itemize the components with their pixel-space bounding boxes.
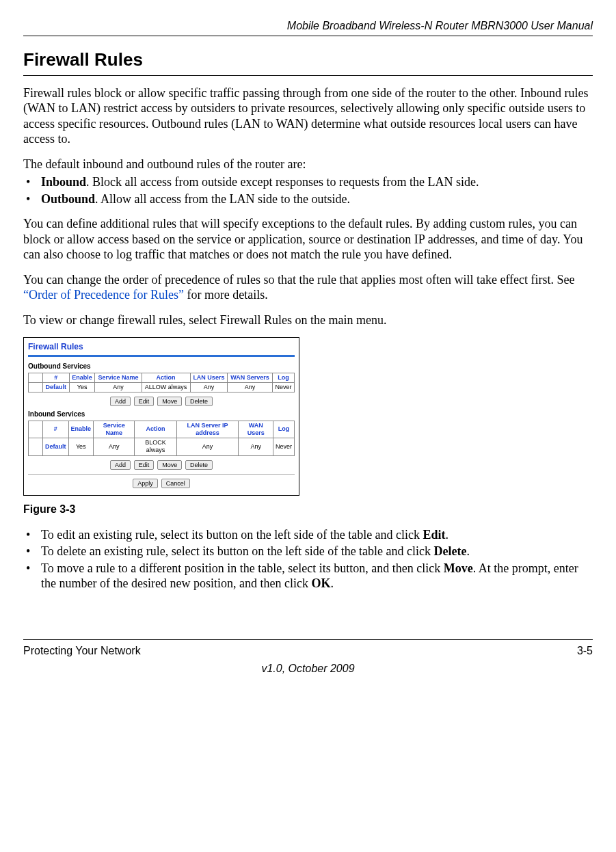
cell-enable: Yes: [69, 382, 95, 392]
list-item: Inbound. Block all access from outside e…: [23, 174, 593, 190]
cell-wan-users: Any: [239, 438, 273, 456]
col-select: [29, 373, 43, 382]
outbound-text: . Allow all access from the LAN side to …: [95, 192, 350, 206]
cell-select[interactable]: [29, 438, 43, 456]
inbound-services-heading: Inbound Services: [28, 410, 295, 419]
panel-title: Firewall Rules: [28, 342, 295, 352]
ok-keyword: OK: [311, 576, 330, 590]
body-paragraph: To view or change firewall rules, select…: [23, 312, 593, 328]
text-run: To edit an existing rule, select its but…: [41, 528, 423, 542]
outbound-services-heading: Outbound Services: [28, 362, 295, 371]
table-header-row: # Enable Service Name Action LAN Users W…: [29, 373, 295, 382]
figure-caption: Figure 3-3: [23, 503, 593, 516]
cell-lan-ip: Any: [176, 438, 239, 456]
section-heading: Firewall Rules: [23, 49, 593, 76]
panel-separator: [28, 474, 295, 475]
col-action: Action: [135, 421, 176, 438]
cell-service: Any: [94, 438, 135, 456]
cell-log: Never: [273, 438, 294, 456]
inbound-text: . Block all access from outside except r…: [86, 175, 479, 189]
delete-button[interactable]: Delete: [185, 397, 213, 406]
col-enable: Enable: [68, 421, 94, 438]
text-run: .: [446, 528, 449, 542]
col-service: Service Name: [95, 373, 142, 382]
col-wan-servers: WAN Servers: [228, 373, 273, 382]
col-service: Service Name: [94, 421, 135, 438]
move-button[interactable]: Move: [157, 397, 182, 406]
col-enable: Enable: [69, 373, 95, 382]
text-run: To delete an existing rule, select its b…: [41, 544, 434, 558]
text-run: for more details.: [184, 288, 268, 302]
col-select: [29, 421, 43, 438]
edit-button[interactable]: Edit: [134, 397, 155, 406]
list-item: To move a rule to a different position i…: [23, 561, 593, 591]
add-button[interactable]: Add: [110, 460, 131, 470]
outbound-services-table: # Enable Service Name Action LAN Users W…: [28, 373, 295, 393]
delete-keyword: Delete: [434, 544, 467, 558]
body-paragraph: Firewall rules block or allow specific t…: [23, 85, 593, 147]
edit-button[interactable]: Edit: [134, 460, 155, 470]
panel-divider: [28, 355, 295, 357]
cell-select[interactable]: [29, 382, 43, 392]
body-paragraph: The default inbound and outbound rules o…: [23, 157, 593, 172]
inbound-button-row: Add Edit Move Delete: [28, 460, 295, 470]
cell-num: Default: [43, 382, 70, 392]
text-run: .: [330, 576, 334, 590]
instruction-list: To edit an existing rule, select its but…: [23, 527, 593, 591]
outbound-label: Outbound: [41, 192, 95, 206]
default-rules-list: Inbound. Block all access from outside e…: [23, 174, 593, 207]
body-paragraph: You can define additional rules that wil…: [23, 216, 593, 263]
cell-log: Never: [272, 382, 294, 392]
cell-num: Default: [43, 438, 69, 456]
table-row[interactable]: Default Yes Any ALLOW always Any Any Nev…: [29, 382, 295, 392]
col-log: Log: [272, 373, 294, 382]
footer-chapter: Protecting Your Network: [23, 644, 141, 658]
add-button[interactable]: Add: [110, 397, 131, 406]
col-wan-users: WAN Users: [239, 421, 273, 438]
header-rule: [23, 36, 593, 36]
delete-button[interactable]: Delete: [185, 460, 213, 470]
footer-page-number: 3-5: [577, 644, 593, 658]
page-footer: Protecting Your Network 3-5 v1.0, Octobe…: [23, 639, 593, 676]
edit-keyword: Edit: [423, 528, 446, 542]
cell-wan-servers: Any: [228, 382, 273, 392]
outbound-button-row: Add Edit Move Delete: [28, 397, 295, 406]
table-header-row: # Enable Service Name Action LAN Server …: [29, 421, 295, 438]
table-row[interactable]: Default Yes Any BLOCK always Any Any Nev…: [29, 438, 295, 456]
col-lan-users: LAN Users: [190, 373, 228, 382]
col-log: Log: [273, 421, 294, 438]
list-item: Outbound. Allow all access from the LAN …: [23, 191, 593, 207]
firewall-rules-screenshot: Firewall Rules Outbound Services # Enabl…: [23, 337, 299, 496]
cell-service: Any: [95, 382, 142, 392]
inbound-services-table: # Enable Service Name Action LAN Server …: [28, 421, 295, 456]
col-num: #: [43, 373, 70, 382]
apply-cancel-row: Apply Cancel: [28, 479, 295, 488]
move-keyword: Move: [444, 561, 473, 575]
body-paragraph: You can change the order of precedence o…: [23, 272, 593, 303]
col-action: Action: [142, 373, 190, 382]
list-item: To delete an existing rule, select its b…: [23, 544, 593, 559]
text-run: .: [467, 544, 470, 558]
apply-button[interactable]: Apply: [133, 479, 158, 488]
text-run: To move a rule to a different position i…: [41, 561, 444, 575]
cancel-button[interactable]: Cancel: [161, 479, 190, 488]
col-lan-ip: LAN Server IP address: [176, 421, 239, 438]
list-item: To edit an existing rule, select its but…: [23, 527, 593, 543]
cell-lan-users: Any: [190, 382, 228, 392]
running-header: Mobile Broadband Wireless-N Router MBRN3…: [23, 19, 593, 33]
text-run: You can change the order of precedence o…: [23, 273, 575, 287]
footer-version: v1.0, October 2009: [23, 658, 593, 676]
move-button[interactable]: Move: [157, 460, 182, 470]
cell-action: BLOCK always: [135, 438, 176, 456]
cell-enable: Yes: [68, 438, 94, 456]
cell-action: ALLOW always: [142, 382, 190, 392]
cross-reference-link[interactable]: “Order of Precedence for Rules”: [23, 288, 184, 302]
inbound-label: Inbound: [41, 175, 86, 189]
col-num: #: [43, 421, 69, 438]
